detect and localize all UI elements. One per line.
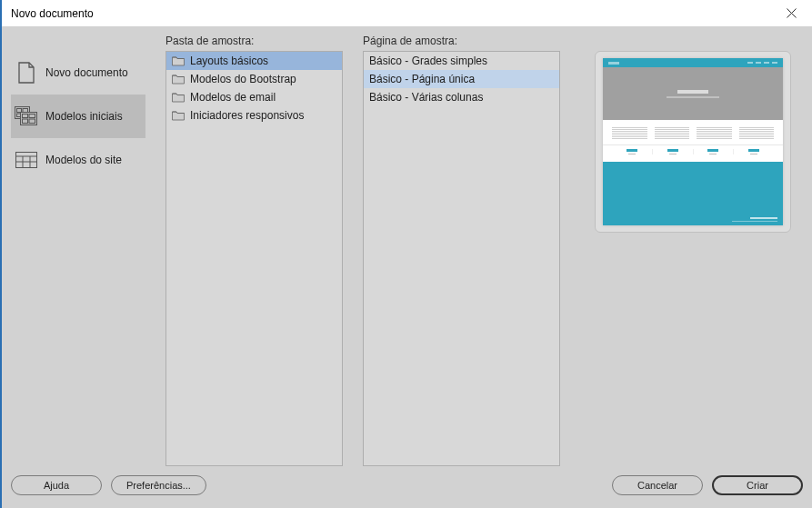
titlebar: Novo documento — [2, 0, 812, 27]
templates-grid-icon — [15, 104, 38, 129]
svg-rect-11 — [16, 153, 37, 168]
sample-folder-list[interactable]: Layouts básicos Modelos do Bootstrap — [165, 51, 343, 466]
close-button[interactable] — [771, 0, 812, 27]
page-item-simple-grids[interactable]: Básico - Grades simples — [364, 52, 559, 70]
dialog-body: Novo documento — [2, 27, 812, 508]
category-sidebar: Novo documento — [11, 35, 145, 466]
preferences-button[interactable]: Preferências... — [111, 475, 206, 495]
sidebar-item-label: Modelos do site — [45, 154, 122, 166]
preview-panel — [595, 35, 791, 466]
sidebar-item-site-templates[interactable]: Modelos do site — [11, 138, 145, 182]
folder-icon — [172, 92, 185, 103]
folder-item-bootstrap[interactable]: Modelos do Bootstrap — [166, 70, 342, 88]
list-item-label: Iniciadores responsivos — [190, 109, 304, 122]
list-item-label: Layouts básicos — [190, 55, 268, 67]
folder-icon — [172, 74, 185, 85]
preview-frame — [595, 51, 791, 233]
list-item-label: Básico - Página única — [369, 73, 475, 85]
sidebar-item-starter-templates[interactable]: Modelos iniciais — [11, 95, 145, 138]
svg-rect-4 — [23, 109, 28, 113]
preview-hero — [603, 67, 783, 120]
dialog-window: Novo documento Novo documento — [0, 0, 812, 508]
list-item-label: Modelos do Bootstrap — [190, 73, 296, 85]
preview-navbar — [603, 58, 783, 67]
page-item-multi-column[interactable]: Básico - Várias colunas — [364, 88, 559, 106]
site-grid-icon — [15, 147, 38, 173]
page-item-single-page[interactable]: Básico - Página única — [364, 70, 559, 88]
list-item-label: Básico - Várias colunas — [369, 91, 483, 104]
preview-footer — [603, 162, 783, 225]
file-icon — [15, 60, 38, 85]
sample-folder-header: Pasta de amostra: — [165, 35, 343, 47]
sidebar-item-new-document[interactable]: Novo documento — [11, 51, 145, 95]
folder-item-basic-layouts[interactable]: Layouts básicos — [166, 52, 342, 70]
sidebar-item-label: Novo documento — [45, 66, 128, 79]
sample-page-column: Página de amostra: Básico - Grades simpl… — [363, 35, 560, 466]
template-preview — [603, 58, 783, 225]
list-item-label: Modelos de email — [190, 91, 276, 104]
close-icon — [787, 8, 797, 18]
folder-icon — [172, 55, 185, 66]
sample-page-list[interactable]: Básico - Grades simples Básico - Página … — [363, 51, 560, 466]
folder-item-email[interactable]: Modelos de email — [166, 88, 342, 106]
help-button[interactable]: Ajuda — [11, 475, 102, 495]
cancel-button[interactable]: Cancelar — [612, 475, 703, 495]
folder-item-responsive[interactable]: Iniciadores responsivos — [166, 106, 342, 125]
list-item-label: Básico - Grades simples — [369, 55, 487, 67]
svg-rect-3 — [17, 109, 22, 113]
dialog-footer: Ajuda Preferências... Cancelar Criar — [11, 466, 803, 499]
create-button[interactable]: Criar — [712, 475, 803, 495]
folder-icon — [172, 110, 185, 121]
sample-folder-column: Pasta de amostra: Layouts básicos — [165, 35, 343, 466]
content-area: Novo documento — [11, 35, 803, 466]
window-title: Novo documento — [11, 7, 94, 20]
preview-columns — [603, 120, 783, 144]
sample-page-header: Página de amostra: — [363, 35, 560, 47]
sidebar-item-label: Modelos iniciais — [45, 110, 123, 123]
preview-stats — [603, 144, 783, 162]
